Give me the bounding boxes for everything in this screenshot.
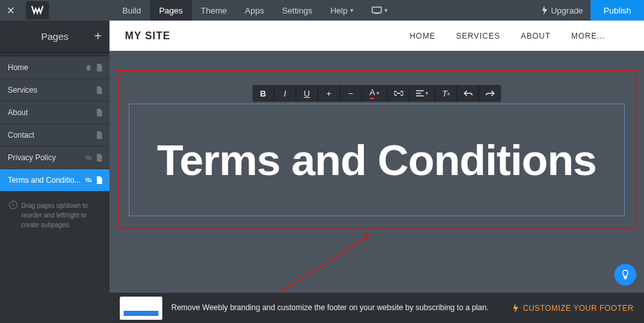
italic-button[interactable]: I: [274, 85, 296, 102]
sidebar-hint: i Drag pages up/down to reorder and left…: [0, 192, 109, 239]
sidebar-item-label: Home: [8, 63, 28, 72]
page-icon: [96, 109, 103, 116]
menu-apps[interactable]: Apps: [236, 0, 273, 21]
nav-more[interactable]: MORE...: [571, 32, 605, 41]
heading-textbox[interactable]: Terms and Conditions: [129, 104, 625, 216]
nav-services[interactable]: SERVICES: [456, 32, 500, 41]
upgrade-button[interactable]: Upgrade: [534, 6, 591, 15]
undo-button[interactable]: [457, 85, 479, 102]
sidebar-item-label: Terms and Conditio...: [8, 176, 80, 185]
decrease-button[interactable]: −: [340, 85, 362, 102]
footer-text: Remove Weebly branding and customize the…: [171, 302, 489, 313]
svg-rect-0: [372, 7, 381, 13]
sidebar-title: Pages: [41, 31, 69, 42]
sidebar-header: Pages +: [0, 21, 109, 53]
bold-button[interactable]: B: [252, 85, 274, 102]
sidebar-item-label: Services: [8, 86, 37, 95]
link-button[interactable]: [388, 85, 410, 102]
menu-help[interactable]: Help▾: [321, 0, 363, 21]
footer-thumbnail: [120, 297, 162, 320]
sidebar-item-label: Contact: [8, 131, 34, 140]
hero-section[interactable]: B I U + − A▾ ▾ Tx Terms and Conditions: [109, 51, 644, 323]
svg-marker-6: [364, 234, 370, 241]
text-toolbar: B I U + − A▾ ▾ Tx: [252, 85, 501, 102]
page-icon: [96, 176, 103, 184]
editor-canvas: MY SITE HOME SERVICES ABOUT MORE... B I …: [109, 21, 644, 323]
menu-build[interactable]: Build: [113, 0, 150, 21]
add-page-icon[interactable]: +: [94, 29, 102, 44]
clear-format-button[interactable]: Tx: [435, 85, 457, 102]
redo-button[interactable]: [479, 85, 501, 102]
sidebar-item-home[interactable]: Home: [0, 57, 109, 79]
hidden-icon: [85, 176, 92, 184]
page-icon: [96, 64, 103, 71]
page-icon: [96, 154, 103, 162]
footer-promo: Remove Weebly branding and customize the…: [109, 293, 644, 323]
increase-button[interactable]: +: [318, 85, 340, 102]
page-icon: [96, 86, 103, 94]
underline-button[interactable]: U: [296, 85, 318, 102]
menu-pages[interactable]: Pages: [150, 0, 192, 21]
customize-footer-button[interactable]: CUSTOMIZE YOUR FOOTER: [513, 304, 634, 313]
sidebar-item-contact[interactable]: Contact: [0, 124, 109, 147]
sidebar-item-label: Privacy Policy: [8, 153, 56, 162]
sidebar-item-about[interactable]: About: [0, 102, 109, 124]
close-icon[interactable]: ✕: [0, 5, 21, 17]
sidebar-item-privacy[interactable]: Privacy Policy: [0, 147, 109, 169]
hidden-icon: [85, 154, 92, 162]
menu-theme[interactable]: Theme: [192, 0, 236, 21]
sidebar-item-label: About: [8, 108, 28, 117]
publish-button[interactable]: Publish: [591, 0, 644, 21]
bolt-icon: [513, 304, 519, 313]
device-preview[interactable]: ▾: [363, 0, 397, 21]
page-icon: [96, 131, 103, 139]
site-title[interactable]: MY SITE: [125, 30, 171, 42]
svg-rect-1: [375, 13, 379, 14]
help-fab[interactable]: [614, 264, 636, 286]
nav-about[interactable]: ABOUT: [521, 32, 551, 41]
pages-sidebar: Pages + Home Services About Contact Priv…: [0, 21, 109, 323]
site-nav: HOME SERVICES ABOUT MORE...: [410, 32, 629, 41]
topbar: ✕ Build Pages Theme Apps Settings Help▾ …: [0, 0, 644, 21]
align-button[interactable]: ▾: [410, 85, 435, 102]
info-icon: i: [9, 201, 17, 209]
menu-settings[interactable]: Settings: [273, 0, 321, 21]
color-button[interactable]: A▾: [362, 85, 388, 102]
site-header: MY SITE HOME SERVICES ABOUT MORE...: [109, 21, 644, 51]
sidebar-item-services[interactable]: Services: [0, 79, 109, 102]
sidebar-item-terms[interactable]: Terms and Conditio...: [0, 169, 109, 192]
nav-home[interactable]: HOME: [410, 32, 435, 41]
weebly-logo[interactable]: [26, 1, 49, 19]
topbar-menu: Build Pages Theme Apps Settings Help▾ ▾: [113, 0, 397, 21]
home-icon: [85, 64, 92, 71]
lightbulb-icon: [620, 270, 630, 280]
heading-text[interactable]: Terms and Conditions: [157, 135, 596, 185]
